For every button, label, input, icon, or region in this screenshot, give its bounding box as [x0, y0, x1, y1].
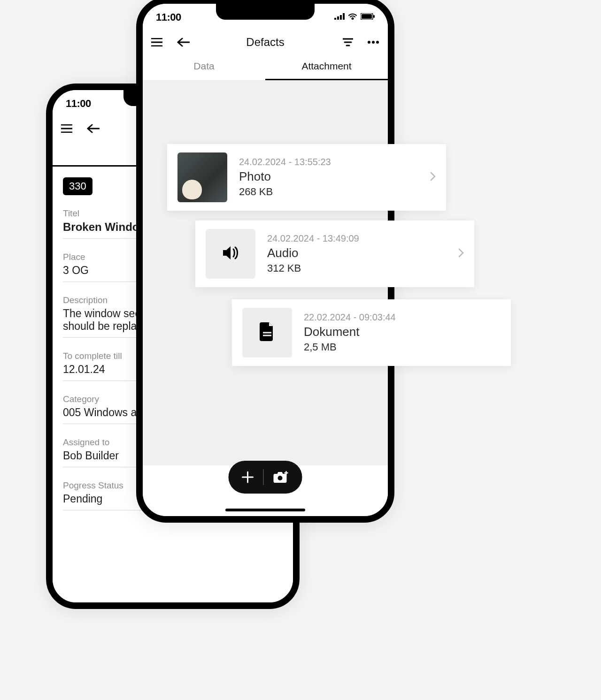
cellular-icon	[334, 13, 345, 22]
camera-button[interactable]	[273, 471, 289, 484]
svg-rect-6	[373, 15, 375, 18]
svg-point-8	[372, 41, 375, 44]
more-icon[interactable]	[367, 40, 379, 44]
status-time: 11:00	[156, 11, 181, 23]
attachment-card-photo[interactable]: 24.02.2024 - 13:55:23 Photo 268 KB	[167, 144, 446, 211]
svg-rect-5	[362, 14, 372, 19]
svg-rect-0	[334, 18, 336, 20]
svg-point-7	[368, 41, 370, 44]
audio-thumbnail	[206, 229, 255, 279]
document-thumbnail	[242, 308, 292, 358]
photo-thumbnail	[177, 152, 227, 202]
attachment-title: Dokument	[304, 325, 501, 339]
id-badge: 330	[63, 177, 92, 195]
tab-attachment[interactable]: Attachment	[265, 53, 388, 80]
attachment-date: 22.02.2024 - 09:03:44	[304, 312, 501, 323]
menu-icon[interactable]	[151, 38, 162, 46]
speaker-icon	[221, 244, 240, 263]
nav-bar: Defacts	[143, 28, 388, 53]
wifi-icon	[348, 13, 357, 22]
back-icon[interactable]	[86, 124, 100, 133]
fab-actions	[229, 461, 302, 494]
svg-point-9	[376, 41, 379, 44]
back-icon[interactable]	[177, 38, 190, 47]
page-title: Defacts	[246, 36, 284, 49]
svg-point-10	[278, 476, 283, 480]
chevron-right-icon	[430, 172, 436, 183]
attachment-size: 2,5 MB	[304, 341, 501, 353]
attachment-size: 312 KB	[267, 262, 447, 274]
tabs-bar: Data Attachment	[143, 53, 388, 81]
home-indicator	[225, 509, 305, 511]
svg-rect-1	[337, 16, 339, 20]
filter-icon[interactable]	[343, 38, 353, 46]
attachment-title: Photo	[239, 169, 418, 184]
status-icons	[334, 13, 375, 22]
chevron-right-icon	[458, 248, 464, 259]
attachment-date: 24.02.2024 - 13:55:23	[239, 157, 418, 167]
status-time: 11:00	[66, 98, 91, 110]
tab-data[interactable]: Data	[143, 53, 265, 80]
device-notch	[216, 4, 315, 20]
attachment-title: Audio	[267, 246, 447, 260]
svg-rect-3	[343, 13, 345, 20]
svg-rect-2	[340, 15, 342, 20]
document-icon	[260, 322, 275, 343]
attachment-size: 268 KB	[239, 186, 418, 198]
attachment-card-audio[interactable]: 24.02.2024 - 13:49:09 Audio 312 KB	[195, 221, 474, 287]
battery-icon	[361, 13, 375, 22]
attachment-card-document[interactable]: 22.02.2024 - 09:03:44 Dokument 2,5 MB	[232, 299, 511, 366]
add-button[interactable]	[242, 471, 254, 483]
fab-separator	[263, 469, 264, 485]
menu-icon[interactable]	[61, 124, 72, 133]
attachment-date: 24.02.2024 - 13:49:09	[267, 233, 447, 244]
